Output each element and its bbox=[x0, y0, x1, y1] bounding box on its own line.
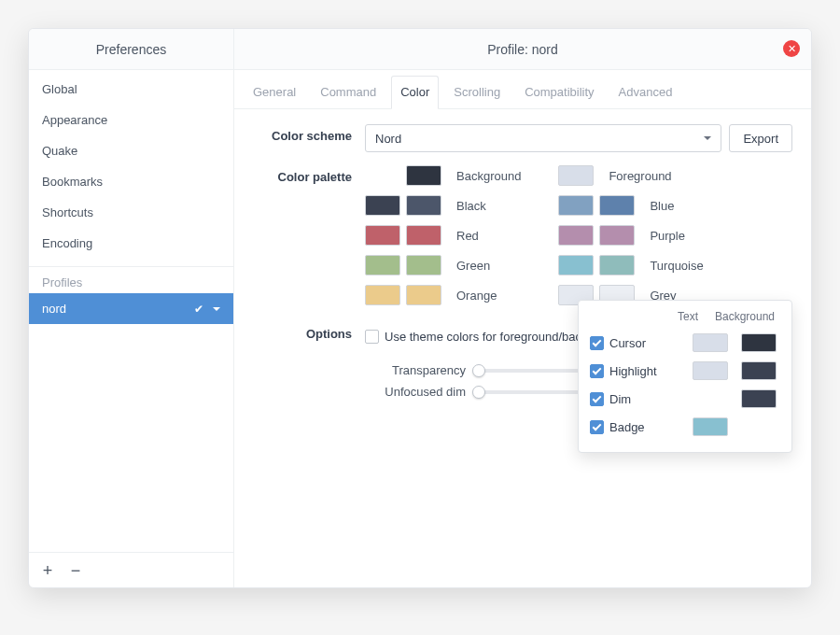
swatch-purple-1[interactable] bbox=[599, 225, 635, 246]
swatch-black-0[interactable] bbox=[365, 195, 400, 216]
highlight-label: Highlight bbox=[609, 364, 683, 378]
dim-checkbox[interactable] bbox=[590, 392, 604, 406]
color-palette-label: Color palette bbox=[253, 165, 365, 184]
popover-rows: CursorHighlightDimBadge bbox=[590, 329, 780, 441]
popover-row-dim: Dim bbox=[590, 385, 780, 413]
titlebar-right-title: Profile: nord ✕ bbox=[234, 29, 811, 69]
sidebar-item-global[interactable]: Global bbox=[29, 74, 233, 105]
color-scheme-row: Color scheme Nord Export bbox=[253, 124, 792, 152]
palette-black: Black bbox=[365, 195, 521, 216]
swatch-orange-0[interactable] bbox=[365, 285, 400, 305]
palette-label: Turquoise bbox=[650, 259, 703, 273]
sidebar-profile-nord[interactable]: nord ✔ bbox=[29, 293, 233, 324]
export-button[interactable]: Export bbox=[729, 124, 792, 152]
add-profile-button[interactable]: + bbox=[35, 557, 61, 584]
highlight-bg-swatch[interactable] bbox=[741, 361, 777, 380]
palette-grid: BackgroundForegroundBlackBlueRedPurpleGr… bbox=[365, 165, 715, 305]
palette-label: Red bbox=[456, 229, 479, 243]
color-palette-row: Color palette BackgroundForegroundBlackB… bbox=[253, 165, 792, 305]
badge-label: Badge bbox=[609, 420, 683, 434]
swatch-turquoise-1[interactable] bbox=[599, 255, 635, 275]
options-label: Options bbox=[253, 322, 365, 341]
cursor-text-swatch[interactable] bbox=[693, 333, 728, 352]
tab-scrolling[interactable]: Scrolling bbox=[450, 79, 504, 108]
close-icon[interactable]: ✕ bbox=[783, 40, 800, 57]
cursor-checkbox[interactable] bbox=[590, 336, 604, 350]
highlight-checkbox[interactable] bbox=[590, 364, 604, 378]
unfocused-dim-label: Unfocused dim bbox=[365, 385, 466, 399]
palette-label: Black bbox=[456, 199, 486, 213]
palette-label: Blue bbox=[650, 199, 674, 213]
sidebar-list: Global Appearance Quake Bookmarks Shortc… bbox=[29, 70, 233, 552]
palette-foreground: Foreground bbox=[558, 165, 714, 186]
sidebar-item-shortcuts[interactable]: Shortcuts bbox=[29, 197, 233, 228]
palette-label: Purple bbox=[650, 229, 685, 243]
sidebar-item-encoding[interactable]: Encoding bbox=[29, 228, 233, 259]
highlight-text-swatch[interactable] bbox=[693, 361, 728, 380]
sidebar-item-bookmarks[interactable]: Bookmarks bbox=[29, 166, 233, 197]
dim-label: Dim bbox=[609, 392, 683, 406]
titlebar: Preferences Profile: nord ✕ bbox=[29, 29, 811, 70]
swatch-red-1[interactable] bbox=[406, 225, 441, 246]
sidebar-profiles-heading: Profiles bbox=[29, 266, 233, 293]
swatch-turquoise-0[interactable] bbox=[558, 255, 594, 275]
palette-blue: Blue bbox=[558, 195, 714, 216]
palette-label: Foreground bbox=[609, 169, 671, 183]
sidebar-footer: + − bbox=[29, 552, 233, 587]
color-scheme-select[interactable]: Nord bbox=[365, 124, 721, 152]
sidebar-item-appearance[interactable]: Appearance bbox=[29, 105, 233, 135]
tab-content: Color scheme Nord Export Color palette B… bbox=[234, 109, 811, 587]
swatch-blue-0[interactable] bbox=[558, 195, 594, 216]
swatch-blue-1[interactable] bbox=[599, 195, 635, 216]
tab-advanced[interactable]: Advanced bbox=[615, 79, 677, 108]
cursor-bg-swatch[interactable] bbox=[741, 333, 777, 352]
swatch-purple-0[interactable] bbox=[558, 225, 594, 246]
popover-row-badge: Badge bbox=[590, 413, 780, 441]
swatch-foreground-0[interactable] bbox=[558, 165, 594, 186]
swatch-green-0[interactable] bbox=[365, 255, 400, 275]
titlebar-left-title: Preferences bbox=[29, 29, 234, 69]
tab-compatibility[interactable]: Compatibility bbox=[521, 79, 597, 108]
swatch-background-0[interactable] bbox=[406, 165, 441, 186]
sidebar: Global Appearance Quake Bookmarks Shortc… bbox=[29, 70, 234, 587]
tab-command[interactable]: Command bbox=[316, 79, 380, 108]
popover-row-highlight: Highlight bbox=[590, 357, 780, 385]
use-theme-colors-checkbox[interactable] bbox=[365, 330, 379, 344]
cursor-label: Cursor bbox=[609, 336, 683, 350]
remove-profile-button[interactable]: − bbox=[63, 557, 89, 584]
badge-checkbox[interactable] bbox=[590, 420, 604, 434]
sidebar-item-quake[interactable]: Quake bbox=[29, 135, 233, 166]
tab-general[interactable]: General bbox=[249, 79, 300, 108]
swatch-green-1[interactable] bbox=[406, 255, 441, 275]
popover-text-col: Text bbox=[666, 310, 709, 323]
advanced-popover: Text Background CursorHighlightDimBadge bbox=[578, 300, 792, 453]
window-body: Global Appearance Quake Bookmarks Shortc… bbox=[29, 70, 811, 587]
chevron-down-icon[interactable] bbox=[213, 307, 220, 315]
palette-purple: Purple bbox=[558, 225, 714, 246]
palette-label: Green bbox=[456, 259, 490, 273]
badge-text-swatch[interactable] bbox=[693, 417, 728, 436]
palette-label: Background bbox=[456, 169, 521, 183]
preferences-window: Preferences Profile: nord ✕ Global Appea… bbox=[28, 28, 812, 588]
palette-orange: Orange bbox=[365, 285, 521, 305]
tab-color[interactable]: Color bbox=[397, 79, 433, 108]
palette-red: Red bbox=[365, 225, 521, 246]
transparency-label: Transparency bbox=[365, 363, 466, 377]
swatch-red-0[interactable] bbox=[365, 225, 400, 246]
dim-bg-swatch[interactable] bbox=[741, 389, 777, 408]
palette-green: Green bbox=[365, 255, 521, 275]
swatch-orange-1[interactable] bbox=[406, 285, 441, 305]
popover-bg-col: Background bbox=[709, 310, 780, 323]
palette-background: Background bbox=[365, 165, 521, 186]
palette-label: Orange bbox=[456, 289, 497, 303]
profile-active-icon: ✔ bbox=[194, 303, 203, 316]
tabs: General Command Color Scrolling Compatib… bbox=[234, 70, 811, 109]
swatch-black-1[interactable] bbox=[406, 195, 441, 216]
color-scheme-label: Color scheme bbox=[253, 124, 365, 143]
palette-turquoise: Turquoise bbox=[558, 255, 714, 275]
popover-row-cursor: Cursor bbox=[590, 329, 780, 357]
main-panel: General Command Color Scrolling Compatib… bbox=[234, 70, 811, 587]
